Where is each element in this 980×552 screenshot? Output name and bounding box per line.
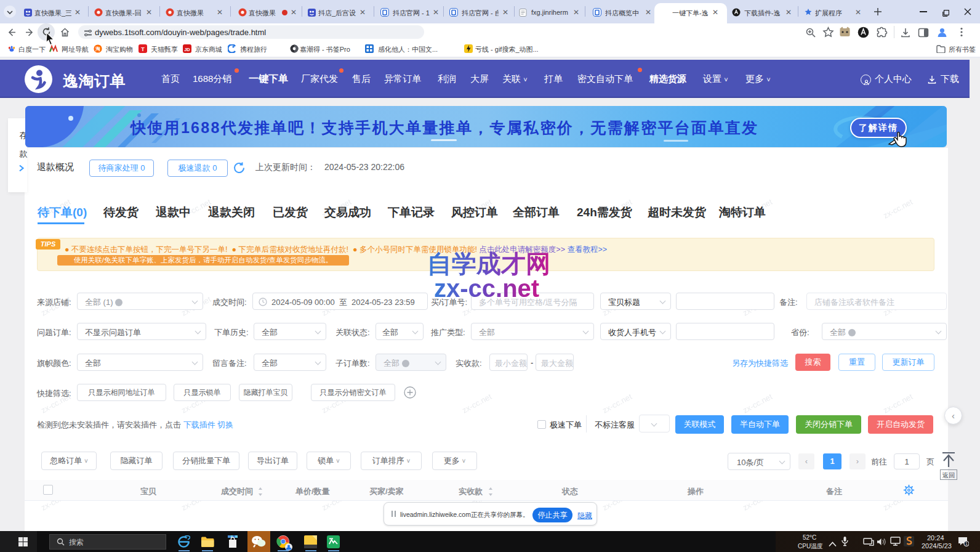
- svg-text:T: T: [141, 46, 145, 52]
- svg-text:1: 1: [965, 542, 968, 546]
- svg-text:JD: JD: [184, 47, 190, 52]
- svg-text:淘: 淘: [95, 46, 100, 52]
